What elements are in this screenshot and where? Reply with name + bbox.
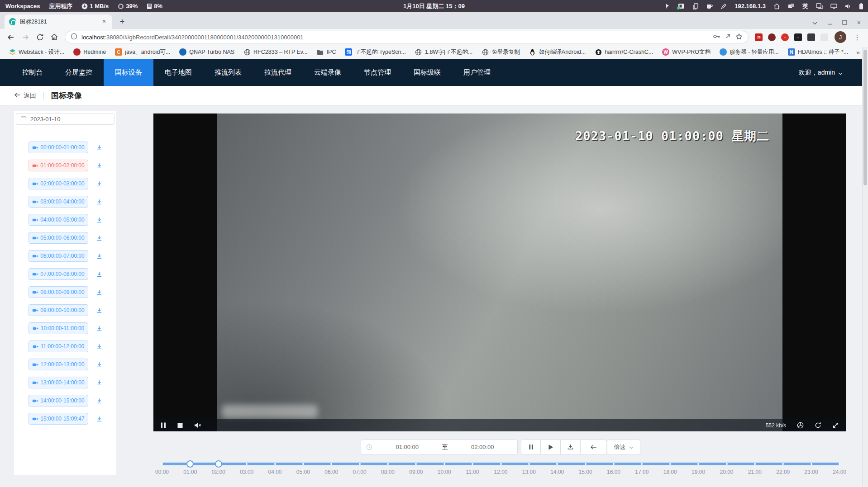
time-range-input[interactable]: 01:00:00 至 02:00:00 [361, 440, 518, 454]
volume-icon[interactable] [845, 4, 851, 9]
segment-download-icon[interactable] [96, 397, 103, 404]
timeline-handle[interactable] [186, 460, 194, 468]
display-mirror-icon[interactable] [816, 3, 823, 9]
ip-address-label[interactable]: 192.168.1.3 [734, 3, 766, 9]
segment-button[interactable]: 10:00:00-11:00:00 [29, 322, 88, 334]
nav-tab-10[interactable]: 用户管理 [452, 59, 502, 86]
play-button[interactable] [541, 440, 561, 454]
password-key-icon[interactable] [713, 33, 720, 42]
nav-tab-5[interactable]: 推流列表 [203, 59, 253, 86]
segment-download-icon[interactable] [96, 162, 103, 169]
segment-button[interactable]: 01:00:00-02:00:00 [29, 160, 88, 171]
battery-icon[interactable] [859, 3, 863, 9]
nav-tab-1[interactable]: 控制台 [11, 59, 54, 86]
profile-avatar[interactable]: J [835, 31, 846, 43]
segment-button[interactable]: 11:00:00-12:00:00 [29, 340, 88, 352]
nav-tab-3[interactable]: 国标设备 [104, 59, 153, 86]
segment-button[interactable]: 07:00:00-08:00:00 [29, 268, 88, 280]
download-button[interactable] [561, 440, 581, 454]
nav-tab-4[interactable]: 电子地图 [153, 59, 203, 86]
segment-download-icon[interactable] [96, 325, 103, 332]
segment-button[interactable]: 09:00:00-10:00:00 [29, 304, 88, 316]
input-method-indicator[interactable]: 英 [802, 2, 808, 10]
player-stop-icon[interactable] [177, 423, 183, 428]
nav-tab-7[interactable]: 云端录像 [303, 59, 353, 86]
bookmark-item[interactable]: RFC2833 – RTP Ev... [240, 47, 311, 57]
bookmark-item[interactable]: NHDAtmos :: 种子 *... [785, 47, 851, 57]
snapshot-aperture-icon[interactable] [797, 422, 804, 429]
bookmark-item[interactable]: 如何编译Android... [526, 47, 589, 57]
segment-button[interactable]: 12:00:00-13:00:00 [29, 359, 88, 370]
window-minimize-button[interactable] [827, 19, 832, 26]
bookmark-item[interactable]: 服务器 - 轻量应用... [716, 47, 782, 57]
clock[interactable]: 1月10日 星期二 15：09 [403, 2, 465, 10]
segment-download-icon[interactable] [96, 253, 103, 260]
back-icon[interactable] [6, 33, 15, 42]
bookmark-item[interactable]: 1.8W字|了不起的... [412, 47, 476, 57]
reload-icon[interactable] [36, 33, 44, 41]
coffee-icon[interactable] [706, 3, 713, 9]
segment-button[interactable]: 02:00:00-03:00:00 [29, 178, 88, 189]
segment-download-icon[interactable] [96, 199, 103, 205]
bookmark-item[interactable]: Redmine [70, 47, 109, 57]
seek-back-button[interactable] [581, 440, 606, 454]
player-mute-icon[interactable] [194, 422, 201, 428]
segment-button[interactable]: 14:00:00-15:00:00 [29, 395, 88, 407]
range-end-value[interactable]: 02:00:00 [448, 444, 518, 450]
forward-icon[interactable] [21, 33, 30, 42]
nav-tab-9[interactable]: 国标级联 [402, 59, 452, 86]
bookmark-item[interactable]: 知了不起的 TypeScri... [342, 47, 409, 57]
timeline-slider[interactable] [162, 463, 839, 465]
workspaces-button[interactable]: Workspaces [5, 3, 40, 9]
scrollbar-thumb[interactable] [863, 50, 867, 185]
segment-button[interactable]: 08:00:00-09:00:00 [29, 286, 88, 298]
bookmark-item[interactable]: WWVP-PRO文档 [659, 47, 714, 57]
bookmark-item[interactable]: 免登录复制 [478, 47, 523, 57]
bookmark-star-icon[interactable] [735, 33, 743, 42]
segment-download-icon[interactable] [96, 343, 103, 350]
segment-download-icon[interactable] [96, 217, 103, 223]
back-button[interactable]: 返回 [14, 91, 36, 100]
segment-button[interactable]: 13:00:00-14:00:00 [29, 377, 88, 388]
bookmark-item[interactable]: QNAP Turbo NAS [176, 47, 238, 57]
new-tab-button[interactable]: + [116, 15, 129, 28]
window-close-button[interactable]: × [857, 19, 861, 26]
site-info-icon[interactable] [71, 33, 77, 41]
frame-extension-icon[interactable]: ▫ [794, 33, 802, 41]
window-maximize-button[interactable] [842, 19, 847, 26]
nav-tab-2[interactable]: 分屏监控 [54, 59, 104, 86]
segment-download-icon[interactable] [96, 235, 103, 241]
bookmark-item[interactable]: IPC [314, 47, 339, 57]
segment-button[interactable]: 05:00:00-06:00:00 [29, 232, 88, 244]
color-picker-icon[interactable] [720, 3, 727, 9]
video-player[interactable]: 2023-01-10 01:00:00 星期二 552 kb/s [153, 113, 846, 431]
page-scrollbar[interactable] [862, 47, 868, 487]
monitor-icon[interactable] [830, 4, 837, 9]
segment-button[interactable]: 04:00:00-05:00:00 [29, 214, 88, 226]
segment-button[interactable]: 03:00:00-04:00:00 [29, 196, 88, 208]
segment-button[interactable]: 00:00:00-01:00:00 [29, 142, 88, 153]
player-refresh-icon[interactable] [815, 422, 821, 429]
dark-extension-icon[interactable] [807, 33, 815, 41]
player-pause-icon[interactable] [161, 422, 166, 428]
nav-tab-6[interactable]: 拉流代理 [253, 59, 303, 86]
bookmark-item[interactable]: Webstack - 设计... [5, 47, 67, 57]
fullscreen-icon[interactable] [832, 422, 839, 429]
segment-download-icon[interactable] [96, 271, 103, 278]
applications-button[interactable]: 应用程序 [49, 2, 72, 10]
clipboard-icon[interactable] [692, 3, 698, 9]
browser-menu-icon[interactable]: ⋮ [853, 33, 862, 42]
notes-extension-icon[interactable] [820, 33, 828, 41]
user-menu[interactable]: 欢迎，admin [799, 59, 843, 86]
segment-download-icon[interactable] [96, 361, 103, 368]
range-start-value[interactable]: 01:00:00 [372, 444, 442, 450]
timeline-handle[interactable] [215, 460, 222, 468]
browser-tab[interactable]: 国标28181 × [5, 14, 112, 29]
segment-button[interactable]: 15:00:00-15:09:47 [29, 413, 88, 425]
tab-close-icon[interactable]: × [100, 18, 108, 25]
mask-extension-icon[interactable] [768, 33, 776, 41]
home-button-icon[interactable] [50, 33, 58, 41]
tab-search-icon[interactable] [812, 19, 817, 26]
bookmark-item[interactable]: Cjava、android可... [112, 47, 173, 57]
date-picker[interactable]: 2023-01-10 [16, 113, 114, 125]
